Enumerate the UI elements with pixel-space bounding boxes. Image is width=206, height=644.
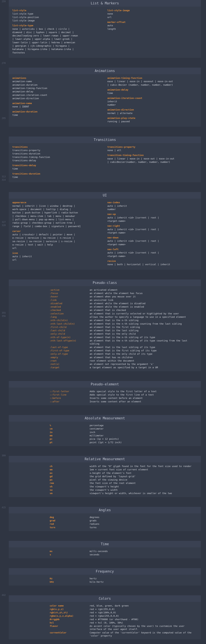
property-value: <target-name> bbox=[108, 220, 197, 222]
selector-name: ::first-letter bbox=[50, 390, 90, 393]
selector-name: :checked bbox=[50, 308, 90, 312]
selector-desc: an element that is checked bbox=[90, 308, 197, 312]
property-name: animation-timing-function bbox=[108, 76, 197, 80]
unit-desc: 1em = current font size of current eleme… bbox=[90, 468, 197, 471]
unit-name: kHz bbox=[50, 580, 90, 584]
property-name: transitions-duration bbox=[12, 172, 102, 175]
property-value: url bbox=[12, 258, 102, 261]
property-name: resize bbox=[108, 260, 197, 262]
selector-desc: an element while the element has focus bbox=[90, 292, 197, 295]
unit-name: pt bbox=[50, 441, 90, 444]
unit-name: rem bbox=[50, 482, 90, 485]
property-value: list-style-type bbox=[12, 12, 102, 15]
property-value: <target-name> bbox=[108, 255, 197, 258]
unit-desc: width of the "0" glyph found in the font… bbox=[90, 465, 197, 468]
property-value: radio-group | checkbox-group | outline-t… bbox=[12, 221, 102, 224]
property-value: none | asterisks | box | check | circle … bbox=[12, 28, 102, 30]
selector-desc: Adds special style to the first letter o… bbox=[90, 390, 197, 393]
unit-name: rgb(x%,y%,z%) bbox=[50, 611, 90, 614]
unit-desc: Computer value of the 'currentColor' key… bbox=[90, 631, 197, 638]
property-name: transitions-property bbox=[108, 146, 197, 148]
selector-desc: an element that is the n-th sibling bbox=[90, 319, 197, 322]
property-value: time bbox=[108, 92, 197, 95]
unit-desc: seconds bbox=[90, 553, 197, 556]
unit-desc: pica (1p = 12 points) bbox=[90, 438, 197, 440]
unit-desc: pixel of the viewing device bbox=[90, 478, 197, 481]
property-value: lower-latin | upper-latin | hebrew | arm… bbox=[12, 41, 102, 44]
section-header: Relative Measurement bbox=[9, 456, 201, 462]
section-header: UI bbox=[9, 192, 201, 198]
unit-desc: viewport's height or width, whichever is… bbox=[90, 492, 197, 495]
selector-name: :selection bbox=[50, 312, 90, 315]
property-value: <target-name> bbox=[108, 231, 197, 234]
unit-desc: hertz bbox=[90, 577, 197, 580]
line-number: 314 bbox=[0, 178, 6, 182]
unit-name: rad bbox=[50, 522, 90, 526]
property-value: footnotes bbox=[12, 51, 102, 54]
property-value: | georgian | cjk-ideographic | hiragana … bbox=[12, 44, 102, 48]
unit-desc: centimeter bbox=[90, 427, 197, 430]
unit-name: pc bbox=[50, 438, 90, 440]
selector-name: :nth-child(n) bbox=[50, 319, 90, 322]
property-name: nav-down bbox=[108, 236, 197, 239]
line-number: 442 bbox=[0, 594, 6, 597]
unit-desc: red = hsl (0, 100%, 50%) bbox=[90, 621, 197, 624]
selector-name: ::first-line bbox=[50, 393, 90, 396]
unit-name: vw bbox=[50, 488, 90, 492]
unit-name: vm bbox=[50, 492, 90, 495]
line-number: 278 bbox=[0, 62, 6, 65]
selector-desc: an unvisited link bbox=[90, 298, 197, 302]
unit-desc: degrees bbox=[90, 516, 197, 519]
property-value: | checkbox | menu-item | tab | menu | me… bbox=[12, 214, 102, 218]
section-body: ::first-letterAdds special style to the … bbox=[9, 388, 201, 405]
section-body: list-stylelist-style-typelist-style-posi… bbox=[9, 6, 201, 58]
property-value: url bbox=[12, 246, 102, 250]
property-name: marker-offset bbox=[108, 20, 197, 24]
unit-desc: the viewport's width bbox=[90, 488, 197, 492]
selector-name: :target bbox=[50, 366, 90, 369]
property-value: transitions-delay bbox=[12, 159, 102, 162]
section-body: appearancenormal | inherit | [icon | win… bbox=[9, 198, 201, 270]
property-value: length bbox=[108, 28, 197, 30]
property-value: animation-direction bbox=[12, 97, 102, 100]
section-header: Animations bbox=[9, 68, 201, 74]
property-value: none bbox=[108, 12, 197, 15]
property-name: list-style bbox=[12, 9, 102, 12]
selector-desc: an element that is the last sibling bbox=[90, 329, 197, 332]
unit-name: em bbox=[50, 468, 90, 471]
unit-desc: percentage bbox=[90, 424, 197, 427]
property-name: animation-name bbox=[12, 102, 102, 105]
property-value: auto bbox=[108, 24, 197, 27]
section-header: Frequency bbox=[9, 568, 201, 575]
selector-name: :link bbox=[50, 298, 90, 302]
selector-desc: an element that is the n-th sibling of i… bbox=[90, 339, 197, 346]
unit-name: currentColor bbox=[50, 631, 90, 638]
property-value: | cubic-Bezier (number, number, number, … bbox=[108, 83, 197, 86]
property-value: diamond | disc | hyphen | square | decim… bbox=[12, 31, 102, 34]
selector-name: ::before bbox=[50, 396, 90, 400]
unit-desc: An accent color (typically chosen by the… bbox=[90, 624, 197, 631]
property-value: range | field | combo-box | signature | … bbox=[12, 225, 102, 228]
selector-name: :last-child bbox=[50, 329, 90, 332]
property-value: number bbox=[108, 208, 197, 211]
section-body: degdegreesgradgradsradradiansturnturns bbox=[9, 514, 201, 531]
unit-name: #rrggbb bbox=[50, 618, 90, 621]
property-value: inherit bbox=[108, 100, 197, 103]
property-value: | pull-down-menu | pop-up-menu | list-me… bbox=[12, 218, 102, 221]
selector-desc: an element that is the n-th sibling of i… bbox=[90, 336, 197, 339]
selector-name: :lang bbox=[50, 316, 90, 318]
selector-desc: root element within the document bbox=[90, 359, 197, 362]
property-name: list-style-image bbox=[108, 9, 197, 12]
property-name: animation-iteration-count bbox=[108, 96, 197, 100]
selector-desc: an element while the element is disabled bbox=[90, 302, 197, 305]
property-value: none | IDENT bbox=[12, 105, 102, 108]
unit-desc: grads bbox=[90, 519, 197, 522]
property-name: animation-play-state bbox=[108, 116, 197, 120]
unit-desc: red = rgb(100%,0,0) bbox=[90, 611, 197, 614]
line-number: 355 bbox=[0, 312, 6, 315]
selector-desc: Adds special style to the first line of … bbox=[90, 393, 197, 396]
property-name: nav-left bbox=[108, 248, 197, 251]
property-value: normal | inherit | [icon | window | desk… bbox=[12, 204, 102, 208]
selector-name: :only-of-type bbox=[50, 352, 90, 356]
selector-desc: an element that is the first sibling of … bbox=[90, 349, 197, 352]
